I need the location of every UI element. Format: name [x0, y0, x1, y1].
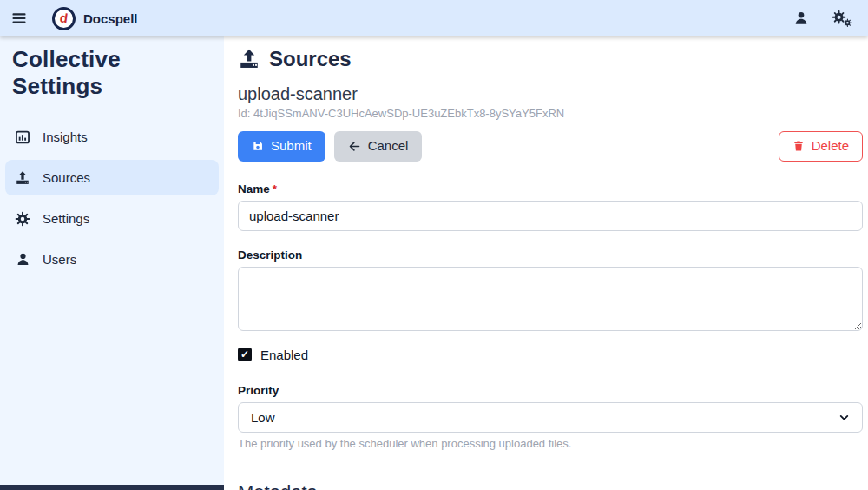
source-form: Name* Description ✓ Enabled Priority Low — [238, 181, 863, 490]
app-logo[interactable]: d Docspell — [52, 7, 138, 30]
main-content: Sources upload-scanner Id: 4tJiqSSmANV-C… — [224, 36, 868, 490]
sidebar-item-settings[interactable]: Settings — [5, 201, 219, 236]
priority-select[interactable]: Low — [238, 402, 863, 433]
upload-icon — [238, 48, 260, 70]
cancel-button[interactable]: Cancel — [334, 131, 423, 162]
user-icon — [14, 252, 31, 267]
arrow-left-icon — [348, 140, 361, 153]
sidebar-nav: Insights Sources — [0, 119, 224, 282]
submit-button[interactable]: Submit — [238, 131, 326, 162]
source-name: upload-scanner — [238, 84, 863, 104]
priority-field-group: Priority Low The priority used by the sc… — [238, 382, 863, 450]
sidebar-title: Collective Settings — [0, 36, 224, 100]
user-menu-button[interactable] — [793, 10, 809, 26]
sidebar-item-label: Sources — [43, 170, 90, 185]
sidebar-item-users[interactable]: Users — [5, 242, 219, 277]
chevron-down-icon — [838, 412, 850, 423]
page-title: Sources — [269, 47, 352, 71]
sidebar-item-label: Users — [43, 252, 76, 267]
description-textarea[interactable] — [238, 267, 863, 331]
sidebar: Collective Settings Insights — [0, 36, 224, 490]
app-name: Docspell — [83, 11, 138, 26]
priority-selected-value: Low — [251, 410, 275, 425]
sidebar-item-insights[interactable]: Insights — [5, 119, 219, 155]
menu-button[interactable] — [10, 10, 28, 27]
hamburger-icon — [10, 10, 28, 27]
trash-icon — [792, 140, 805, 152]
chart-bar-icon — [14, 129, 31, 145]
description-field-group: Description — [238, 247, 863, 331]
priority-label: Priority — [238, 384, 279, 397]
name-input[interactable] — [238, 201, 863, 231]
source-id: Id: 4tJiqSSmANV-C3UHcAewSDp-UE3uZEbkTx8-… — [238, 107, 863, 120]
priority-help-text: The priority used by the scheduler when … — [238, 437, 863, 450]
save-icon — [252, 140, 264, 152]
gear-icon — [14, 211, 31, 227]
metadata-heading: Metadata — [238, 481, 863, 490]
page-heading: Sources — [238, 47, 863, 71]
name-label: Name* — [238, 182, 277, 195]
required-marker: * — [273, 182, 277, 195]
toolbar: Submit Cancel Delete — [238, 131, 863, 162]
checkbox-checked-icon: ✓ — [238, 348, 252, 361]
user-icon — [793, 10, 809, 26]
gears-icon — [832, 10, 852, 28]
topbar: d Docspell — [0, 0, 868, 36]
processing-status-button[interactable] — [832, 10, 852, 28]
sidebar-footer-strip — [0, 485, 224, 490]
delete-button[interactable]: Delete — [779, 131, 863, 162]
docspell-logo-icon: d — [52, 7, 76, 30]
upload-icon — [14, 170, 31, 186]
sidebar-item-sources[interactable]: Sources — [5, 160, 219, 195]
enabled-checkbox[interactable]: ✓ Enabled — [238, 348, 308, 362]
enabled-label: Enabled — [260, 348, 308, 362]
sidebar-item-label: Insights — [43, 129, 88, 144]
description-label: Description — [238, 248, 302, 262]
name-field-group: Name* — [238, 181, 863, 231]
sidebar-item-label: Settings — [43, 211, 89, 226]
